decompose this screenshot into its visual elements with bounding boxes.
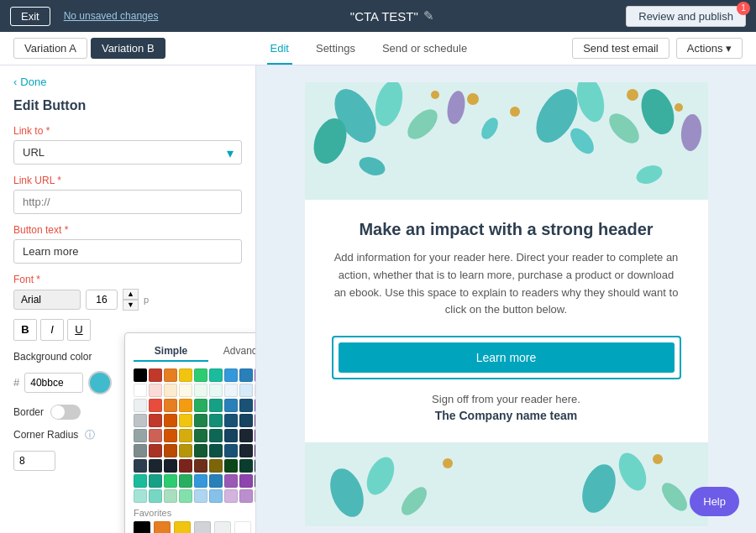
back-button[interactable]: ‹ Done bbox=[13, 76, 242, 88]
color-cell[interactable] bbox=[255, 489, 256, 503]
color-cell[interactable] bbox=[134, 459, 147, 473]
color-cell[interactable] bbox=[239, 489, 253, 503]
favorite-color-cell[interactable] bbox=[234, 521, 251, 533]
color-cell[interactable] bbox=[224, 459, 238, 473]
color-cell[interactable] bbox=[194, 429, 207, 442]
color-cell[interactable] bbox=[239, 414, 253, 427]
color-cell[interactable] bbox=[179, 429, 192, 442]
color-cell[interactable] bbox=[179, 459, 192, 473]
color-cell[interactable] bbox=[164, 384, 177, 397]
button-text-input[interactable] bbox=[13, 239, 242, 264]
color-cell[interactable] bbox=[224, 414, 238, 427]
exit-button[interactable]: Exit bbox=[10, 7, 50, 26]
color-cell[interactable] bbox=[255, 459, 256, 473]
font-size-up-button[interactable]: ▲ bbox=[123, 289, 139, 300]
color-cell[interactable] bbox=[149, 459, 162, 473]
color-hex-input[interactable]: 40bbce bbox=[24, 373, 83, 393]
color-cell[interactable] bbox=[209, 414, 223, 427]
color-cell[interactable] bbox=[255, 474, 256, 488]
favorite-color-cell[interactable] bbox=[214, 521, 231, 533]
send-test-email-button[interactable]: Send test email bbox=[572, 38, 669, 59]
color-cell[interactable] bbox=[149, 474, 162, 488]
color-cell[interactable] bbox=[239, 368, 253, 382]
underline-button[interactable]: U bbox=[67, 319, 91, 341]
color-cell[interactable] bbox=[134, 414, 147, 427]
color-cell[interactable] bbox=[209, 444, 223, 457]
color-cell[interactable] bbox=[164, 444, 177, 457]
color-cell[interactable] bbox=[224, 429, 238, 442]
color-cell[interactable] bbox=[179, 489, 192, 503]
color-cell[interactable] bbox=[164, 368, 177, 382]
color-cell[interactable] bbox=[149, 489, 162, 503]
color-cell[interactable] bbox=[149, 414, 162, 427]
color-cell[interactable] bbox=[179, 384, 192, 397]
edit-title-icon[interactable]: ✎ bbox=[423, 8, 434, 24]
font-size-down-button[interactable]: ▼ bbox=[123, 300, 139, 311]
color-cell[interactable] bbox=[134, 489, 147, 503]
color-cell[interactable] bbox=[149, 444, 162, 457]
color-cell[interactable] bbox=[209, 368, 223, 382]
color-cell[interactable] bbox=[164, 489, 177, 503]
color-cell[interactable] bbox=[209, 429, 223, 442]
color-cell[interactable] bbox=[194, 368, 207, 382]
color-cell[interactable] bbox=[194, 414, 207, 427]
actions-button[interactable]: Actions ▾ bbox=[676, 38, 743, 59]
color-cell[interactable] bbox=[255, 414, 256, 427]
unsaved-changes-link[interactable]: No unsaved changes bbox=[64, 10, 159, 22]
variation-a-tab[interactable]: Variation A bbox=[13, 38, 87, 59]
color-cell[interactable] bbox=[224, 489, 238, 503]
color-cell[interactable] bbox=[179, 368, 192, 382]
color-cell[interactable] bbox=[134, 399, 147, 412]
color-cell[interactable] bbox=[209, 384, 223, 397]
color-cell[interactable] bbox=[224, 444, 238, 457]
color-cell[interactable] bbox=[149, 399, 162, 412]
color-cell[interactable] bbox=[149, 429, 162, 442]
border-toggle[interactable] bbox=[50, 405, 81, 420]
favorite-color-cell[interactable] bbox=[194, 521, 211, 533]
favorite-color-cell[interactable] bbox=[174, 521, 191, 533]
picker-simple-tab[interactable]: Simple bbox=[134, 342, 208, 362]
color-cell[interactable] bbox=[255, 384, 256, 397]
color-cell[interactable] bbox=[164, 414, 177, 427]
color-swatch[interactable] bbox=[88, 371, 112, 395]
color-cell[interactable] bbox=[164, 459, 177, 473]
color-cell[interactable] bbox=[194, 384, 207, 397]
color-cell[interactable] bbox=[209, 459, 223, 473]
color-cell[interactable] bbox=[224, 384, 238, 397]
color-cell[interactable] bbox=[179, 414, 192, 427]
cta-learn-more-button[interactable]: Learn more bbox=[339, 342, 675, 373]
color-cell[interactable] bbox=[255, 368, 256, 382]
color-cell[interactable] bbox=[134, 384, 147, 397]
color-cell[interactable] bbox=[194, 399, 207, 412]
picker-advanced-tab[interactable]: Advanced bbox=[208, 342, 256, 362]
favorite-color-cell[interactable] bbox=[134, 521, 150, 533]
color-cell[interactable] bbox=[239, 474, 253, 488]
color-cell[interactable] bbox=[224, 399, 238, 412]
variation-b-tab[interactable]: Variation B bbox=[91, 38, 165, 59]
color-cell[interactable] bbox=[239, 429, 253, 442]
info-icon[interactable]: ⓘ bbox=[85, 428, 95, 442]
color-cell[interactable] bbox=[134, 368, 147, 382]
color-cell[interactable] bbox=[164, 429, 177, 442]
color-cell[interactable] bbox=[134, 474, 147, 488]
color-cell[interactable] bbox=[224, 368, 238, 382]
color-cell[interactable] bbox=[194, 489, 207, 503]
color-cell[interactable] bbox=[194, 444, 207, 457]
link-to-select[interactable]: URL bbox=[13, 140, 242, 165]
color-cell[interactable] bbox=[239, 444, 253, 457]
help-button[interactable]: Help bbox=[690, 487, 739, 516]
color-cell[interactable] bbox=[255, 429, 256, 442]
color-cell[interactable] bbox=[239, 399, 253, 412]
tab-send[interactable]: Send or schedule bbox=[379, 34, 470, 65]
review-publish-button[interactable]: Review and publish 1 bbox=[626, 6, 746, 27]
color-cell[interactable] bbox=[134, 444, 147, 457]
color-cell[interactable] bbox=[239, 459, 253, 473]
tab-settings[interactable]: Settings bbox=[312, 34, 359, 65]
tab-edit[interactable]: Edit bbox=[267, 34, 292, 65]
color-cell[interactable] bbox=[209, 399, 223, 412]
color-cell[interactable] bbox=[149, 368, 162, 382]
bold-button[interactable]: B bbox=[13, 319, 37, 341]
color-cell[interactable] bbox=[194, 459, 207, 473]
color-cell[interactable] bbox=[149, 384, 162, 397]
font-size-input[interactable] bbox=[86, 290, 118, 310]
